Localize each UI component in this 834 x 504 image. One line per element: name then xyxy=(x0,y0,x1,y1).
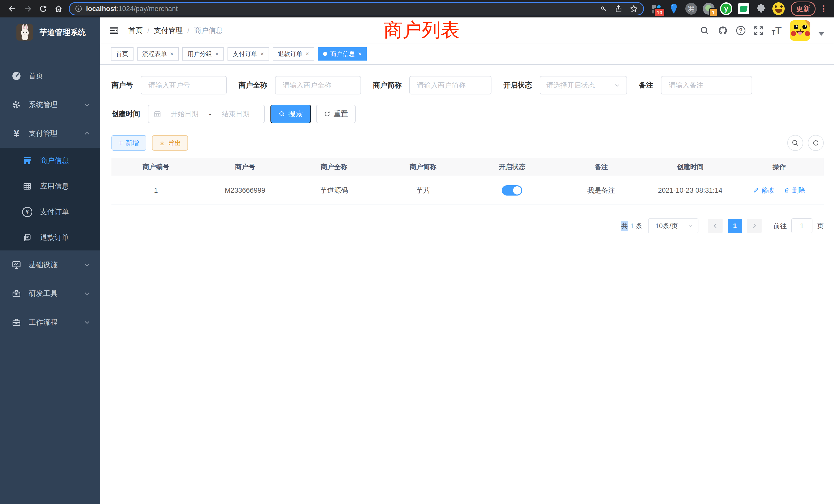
share-icon[interactable] xyxy=(614,5,623,13)
tab-home[interactable]: 首页 xyxy=(111,47,133,61)
yen-icon: ¥ xyxy=(11,128,22,139)
extensions-puzzle-icon[interactable] xyxy=(755,3,767,15)
search-icon xyxy=(791,139,799,147)
app-logo[interactable]: 芋道管理系统 xyxy=(0,18,100,47)
browser-home-icon[interactable] xyxy=(52,3,65,15)
tab-close-icon[interactable]: × xyxy=(260,50,264,58)
delete-button[interactable]: 删除 xyxy=(784,186,805,195)
breadcrumb-separator: / xyxy=(188,26,190,35)
prev-page-button[interactable] xyxy=(708,219,723,233)
breadcrumb-current: 商户信息 xyxy=(194,26,223,36)
page-size-select[interactable]: 10条/页 xyxy=(648,219,698,233)
sidebar: 芋道管理系统 首页 系统管理 ¥ 支付管理 xyxy=(0,18,100,504)
sidebar-item-workflow[interactable]: 工作流程 xyxy=(0,308,100,337)
short-name-input[interactable] xyxy=(409,76,491,94)
sidebar-item-label: 商户信息 xyxy=(40,156,69,165)
sidebar-item-pay[interactable]: ¥ 支付管理 xyxy=(0,119,100,148)
extension-y-logo-icon[interactable]: y xyxy=(720,3,732,15)
filter-row-2: 创建时间 开始日期 - 结束日期 搜索 重置 xyxy=(111,105,824,123)
create-time-range-input[interactable]: 开始日期 - 结束日期 xyxy=(148,105,265,123)
breadcrumb-pay[interactable]: 支付管理 xyxy=(154,26,183,36)
cell-status xyxy=(467,176,557,205)
toolbox-icon xyxy=(11,318,22,327)
tab-label: 支付订单 xyxy=(233,50,257,58)
fullscreen-icon[interactable] xyxy=(754,26,763,36)
profile-emoji-icon[interactable] xyxy=(772,3,785,15)
sidebar-collapse-icon[interactable] xyxy=(108,25,120,37)
font-size-icon[interactable]: TT xyxy=(772,25,782,36)
store-icon xyxy=(22,156,32,165)
pagination: 共 1 条 10条/页 1 前往 页 xyxy=(111,219,824,233)
reset-button[interactable]: 重置 xyxy=(316,105,356,123)
breadcrumb-home[interactable]: 首页 xyxy=(128,26,143,36)
sidebar-item-label: 工作流程 xyxy=(29,317,58,327)
extension-command-icon[interactable]: ⌘ xyxy=(685,3,697,15)
sidebar-item-infra[interactable]: 基础设施 xyxy=(0,250,100,279)
merchant-table: 商户编号 商户号 商户全称 商户简称 开启状态 备注 创建时间 操作 1 M23… xyxy=(111,158,824,205)
sidebar-item-app-info[interactable]: 应用信息 xyxy=(0,174,100,199)
col-create-time: 创建时间 xyxy=(646,158,735,176)
chevron-down-icon xyxy=(614,82,620,88)
tab-close-icon[interactable]: × xyxy=(170,50,174,58)
avatar-caret-icon[interactable] xyxy=(818,32,824,36)
sidebar-menu: 首页 系统管理 ¥ 支付管理 xyxy=(0,62,100,337)
plus-icon: + xyxy=(118,139,123,147)
bookmark-star-icon[interactable] xyxy=(629,4,638,13)
tab-close-icon[interactable]: × xyxy=(358,50,361,58)
extension-recorder-icon[interactable]: 1 xyxy=(703,3,715,15)
export-button[interactable]: 导出 xyxy=(152,135,188,151)
tab-label: 退款订单 xyxy=(278,50,303,58)
extension-chat-icon[interactable] xyxy=(738,3,750,15)
refresh-icon xyxy=(812,139,820,147)
remark-input[interactable] xyxy=(661,76,752,94)
password-key-icon[interactable] xyxy=(599,5,608,13)
page-number-current[interactable]: 1 xyxy=(728,219,742,233)
tab-user-group[interactable]: 用户分组 × xyxy=(182,47,224,61)
browser-back-icon[interactable] xyxy=(6,3,19,15)
browser-forward-icon[interactable] xyxy=(22,3,34,15)
status-toggle[interactable] xyxy=(502,185,522,196)
tab-close-icon[interactable]: × xyxy=(215,50,219,58)
refresh-table-button[interactable] xyxy=(808,135,824,151)
sidebar-item-refund-order[interactable]: 退款订单 xyxy=(0,225,100,250)
extension-pin-icon[interactable] xyxy=(667,3,680,15)
next-page-button[interactable] xyxy=(747,219,762,233)
col-short-name: 商户简称 xyxy=(378,158,467,176)
goto-page-input[interactable] xyxy=(791,219,812,233)
edit-button[interactable]: 修改 xyxy=(753,186,775,195)
full-name-input[interactable] xyxy=(275,76,361,94)
tab-pay-order[interactable]: 支付订单 × xyxy=(227,47,269,61)
chrome-update-button[interactable]: 更新 xyxy=(791,2,815,16)
header-search-icon[interactable] xyxy=(700,26,709,36)
trash-icon xyxy=(784,187,790,193)
sidebar-item-dev-tools[interactable]: 研发工具 xyxy=(0,279,100,308)
help-icon[interactable]: ? xyxy=(736,26,745,35)
browser-reload-icon[interactable] xyxy=(37,3,49,15)
chrome-menu-icon[interactable]: ⋮ xyxy=(817,4,829,14)
tab-process-form[interactable]: 流程表单 × xyxy=(137,47,179,61)
site-info-icon[interactable] xyxy=(75,5,83,13)
sidebar-item-home[interactable]: 首页 xyxy=(0,62,100,90)
user-avatar[interactable] xyxy=(790,20,810,41)
cell-merchant-id: 1 xyxy=(111,176,200,205)
col-remark: 备注 xyxy=(557,158,646,176)
show-search-toggle-button[interactable] xyxy=(787,135,803,151)
short-name-label: 商户简称 xyxy=(373,80,401,90)
address-bar[interactable]: localhost:1024/pay/merchant xyxy=(69,2,644,16)
tab-close-icon[interactable]: × xyxy=(306,50,309,58)
sidebar-item-label: 研发工具 xyxy=(29,289,58,298)
sidebar-item-merchant-info[interactable]: 商户信息 xyxy=(0,148,100,174)
navbar-actions: ? TT xyxy=(700,20,826,41)
status-select[interactable]: 请选择开启状态 xyxy=(540,76,627,94)
search-button[interactable]: 搜索 xyxy=(270,105,311,123)
sidebar-item-pay-order[interactable]: ¥ 支付订单 xyxy=(0,199,100,225)
sidebar-item-system[interactable]: 系统管理 xyxy=(0,90,100,119)
gear-icon xyxy=(11,100,22,110)
github-icon[interactable] xyxy=(718,25,728,36)
tab-refund-order[interactable]: 退款订单 × xyxy=(273,47,314,61)
add-button[interactable]: + 新增 xyxy=(111,135,146,151)
merchant-no-input[interactable] xyxy=(141,76,227,94)
tab-merchant-info[interactable]: 商户信息 × xyxy=(318,47,367,61)
edit-pencil-icon xyxy=(753,187,759,193)
extension-apps-icon[interactable]: 10 xyxy=(650,3,662,15)
